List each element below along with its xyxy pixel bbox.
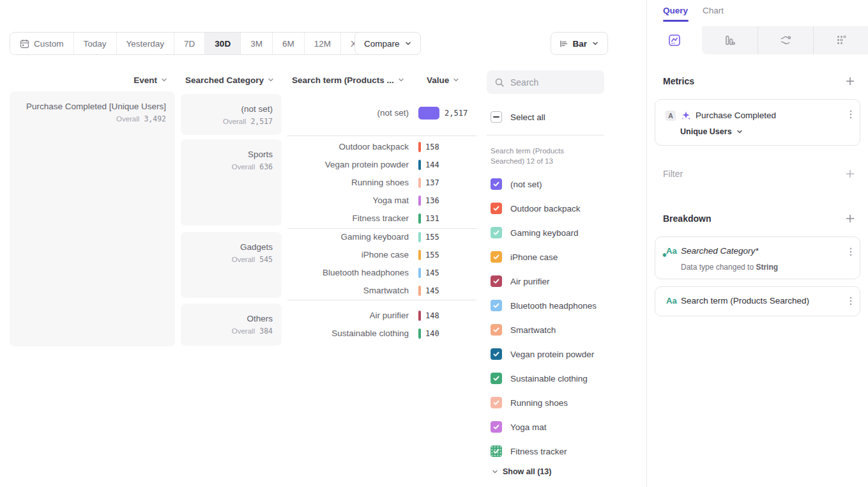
checkbox[interactable] xyxy=(491,445,502,457)
date-range-today[interactable]: Today xyxy=(73,33,116,54)
checkbox[interactable] xyxy=(491,251,502,263)
value-text: 158 xyxy=(425,138,439,156)
tab-retention[interactable] xyxy=(813,26,868,54)
breakdown-menu-button[interactable] xyxy=(849,247,852,257)
checkbox[interactable] xyxy=(491,397,502,408)
value-row[interactable]: iPhone case 155 xyxy=(287,246,479,264)
add-filter-button[interactable] xyxy=(845,169,855,179)
filter-item[interactable]: Fitness tracker xyxy=(491,440,605,463)
category-name: Gadgets xyxy=(187,242,273,253)
checkbox[interactable] xyxy=(491,203,502,214)
filter-item[interactable]: Yoga mat xyxy=(491,415,605,438)
date-range-12m[interactable]: 12M xyxy=(304,33,340,54)
filter-item[interactable]: Vegan protein powder xyxy=(491,343,605,366)
value-row[interactable]: Air purifier 148 xyxy=(287,307,479,325)
select-all-label: Select all xyxy=(510,112,545,122)
date-range-6m[interactable]: 6M xyxy=(272,33,304,54)
chart-type-button[interactable]: Bar xyxy=(551,32,608,55)
add-breakdown-button[interactable] xyxy=(845,213,855,224)
tab-insights[interactable] xyxy=(647,26,702,54)
filter-item[interactable]: (not set) xyxy=(491,173,605,196)
column-header-search-term[interactable]: Search term (Products ... xyxy=(292,74,404,86)
add-metric-button[interactable] xyxy=(845,76,855,86)
checkbox[interactable] xyxy=(491,275,502,287)
metric-menu-button[interactable] xyxy=(849,109,852,120)
value-row[interactable]: Smartwatch 145 xyxy=(287,282,479,300)
value-row[interactable]: Fitness tracker 131 xyxy=(287,210,479,228)
filter-item[interactable]: Running shoes xyxy=(491,391,605,414)
metric-title: Purchase Completed xyxy=(696,111,776,120)
value-row[interactable]: Vegan protein powder 144 xyxy=(287,156,479,174)
date-range-3m[interactable]: 3M xyxy=(240,33,272,54)
checkbox[interactable] xyxy=(491,348,502,360)
metric-card[interactable]: A Purchase Completed Unique Users xyxy=(655,99,860,146)
search-term-label: Sustainable clothing xyxy=(287,325,409,343)
value-row[interactable]: (not set) 2,517 xyxy=(287,104,479,122)
column-header-value[interactable]: Value xyxy=(427,74,459,86)
tab-funnels[interactable] xyxy=(702,26,757,54)
search-box[interactable] xyxy=(487,70,604,94)
search-term-label: Gaming keyboard xyxy=(287,228,409,246)
event-cell[interactable]: Purchase Completed [Unique Users] Overal… xyxy=(10,91,175,346)
category-cell[interactable]: (not set) Overall2,517 xyxy=(181,94,282,135)
checkbox[interactable] xyxy=(491,300,502,311)
date-range-yesterday[interactable]: Yesterday xyxy=(116,33,174,54)
filter-item[interactable]: Gaming keyboard xyxy=(491,221,605,244)
filter-heading: Filter xyxy=(663,169,683,179)
search-input[interactable] xyxy=(510,77,593,88)
breakdown-card-search-term[interactable]: Aa Search term (Products Searched) xyxy=(655,286,860,316)
value-row[interactable]: Bluetooth headphones 145 xyxy=(287,264,479,282)
value-row[interactable]: Outdoor backpack 158 xyxy=(287,138,479,156)
chevron-down-icon xyxy=(453,77,459,83)
value-text: 136 xyxy=(425,192,439,210)
value-row[interactable]: Yoga mat 136 xyxy=(287,192,479,210)
value-row[interactable]: Gaming keyboard 155 xyxy=(287,228,479,246)
column-header-searched-category[interactable]: Searched Category xyxy=(181,74,274,86)
filter-item[interactable]: Bluetooth headphones xyxy=(491,294,605,317)
show-all-link[interactable]: Show all (13) xyxy=(492,467,551,476)
checkbox[interactable] xyxy=(491,324,502,336)
date-range-30d[interactable]: 30D xyxy=(204,33,240,54)
category-cell[interactable]: Others Overall384 xyxy=(181,304,282,346)
value-text: 137 xyxy=(425,174,439,192)
date-range-custom[interactable]: Custom xyxy=(10,33,73,54)
check-icon xyxy=(492,253,500,261)
breakdown-card-searched-category[interactable]: Aa✱ Searched Category* Data type changed… xyxy=(655,236,860,279)
filter-item[interactable]: Smartwatch xyxy=(491,318,605,341)
filter-item-label: Gaming keyboard xyxy=(510,228,579,238)
category-cell[interactable]: Sports Overall636 xyxy=(181,139,282,226)
filter-item[interactable]: iPhone case xyxy=(491,245,605,268)
string-property-icon: Aa xyxy=(666,296,677,305)
filter-item[interactable]: Air purifier xyxy=(491,270,605,293)
select-all-checkbox[interactable] xyxy=(491,111,502,123)
value-bar xyxy=(418,250,421,260)
checkbox[interactable] xyxy=(491,373,502,384)
filter-item[interactable]: Outdoor backpack xyxy=(491,197,605,220)
date-range-7d[interactable]: 7D xyxy=(174,33,204,54)
value-text: 2,517 xyxy=(445,104,468,122)
metric-letter-badge: A xyxy=(666,111,676,121)
value-row[interactable]: Running shoes 137 xyxy=(287,174,479,192)
filter-item[interactable]: Sustainable clothing xyxy=(491,367,605,390)
header-label: Searched Category xyxy=(185,75,264,85)
checkbox[interactable] xyxy=(491,421,502,433)
range-label: 3M xyxy=(250,39,263,49)
value-text: 155 xyxy=(425,246,439,264)
check-icon xyxy=(492,180,500,188)
tab-query[interactable]: Query xyxy=(663,6,688,15)
checkbox[interactable] xyxy=(491,178,502,190)
breakdown-menu-button[interactable] xyxy=(849,296,852,306)
column-header-event[interactable]: Event xyxy=(10,74,167,86)
checkbox[interactable] xyxy=(491,227,502,238)
filter-item-label: Running shoes xyxy=(510,398,568,408)
category-cell[interactable]: Gadgets Overall545 xyxy=(181,232,282,298)
overall-value: 636 xyxy=(259,162,273,171)
tab-flows[interactable] xyxy=(758,26,813,54)
check-icon xyxy=(492,423,500,431)
select-all-row[interactable]: Select all xyxy=(491,111,545,123)
value-row[interactable]: Sustainable clothing 140 xyxy=(287,325,479,343)
measure-selector[interactable]: Unique Users xyxy=(680,127,743,136)
compare-button[interactable]: Compare xyxy=(354,32,421,55)
tab-chart[interactable]: Chart xyxy=(703,6,724,15)
flows-icon xyxy=(779,33,793,47)
